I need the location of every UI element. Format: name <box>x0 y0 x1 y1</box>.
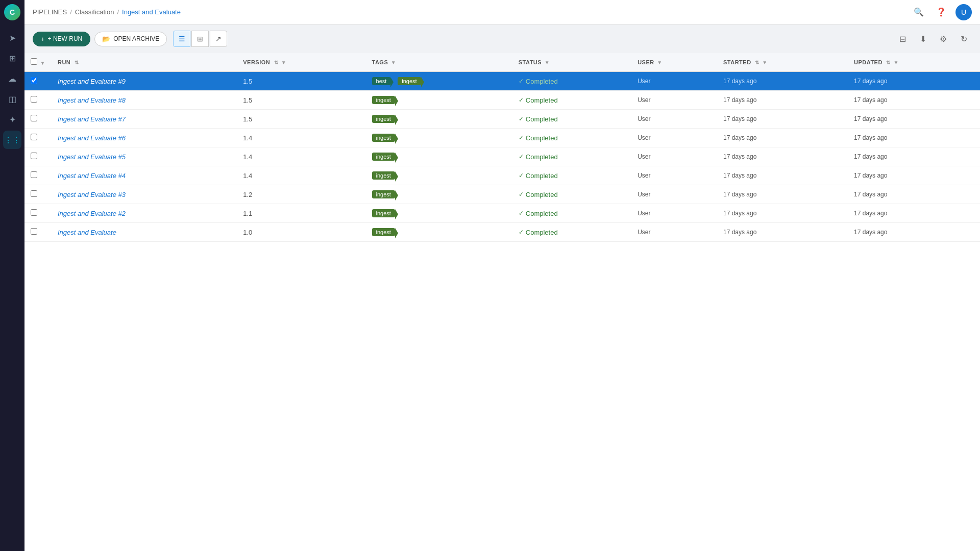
left-rail: C ➤ ⊞ ☁ ◫ ✦ ⋮⋮ <box>0 0 24 551</box>
run-name-link[interactable]: Ingest and Evaluate #4 <box>58 172 126 180</box>
table-row[interactable]: Ingest and Evaluate #71.5ingest✓Complete… <box>24 110 980 129</box>
row-checkbox[interactable] <box>31 134 37 140</box>
table-row[interactable]: Ingest and Evaluate #31.2ingest✓Complete… <box>24 185 980 204</box>
user-cell: User <box>631 223 717 242</box>
run-name-link[interactable]: Ingest and Evaluate #9 <box>58 78 126 85</box>
sidebar-item-pipeline[interactable]: ⋮⋮ <box>3 131 21 149</box>
breadcrumb-classification[interactable]: Classification <box>75 8 114 16</box>
header-user[interactable]: USER ▼ <box>631 53 717 71</box>
table-row[interactable]: Ingest and Evaluate #51.4ingest✓Complete… <box>24 147 980 166</box>
check-icon: ✓ <box>519 78 524 85</box>
tags-cell: ingest <box>366 185 512 204</box>
status-cell: ✓Completed <box>512 223 631 242</box>
version-filter-icon: ▼ <box>281 60 286 65</box>
run-name-link[interactable]: Ingest and Evaluate #5 <box>58 153 126 161</box>
status-cell: ✓Completed <box>512 129 631 147</box>
run-name-link[interactable]: Ingest and Evaluate #6 <box>58 134 126 142</box>
version-sort-icon: ⇅ <box>274 60 279 65</box>
content-area: + + NEW RUN 📂 OPEN ARCHIVE ☰ ⊞ ↗ ⊟ ⬇ ⚙ ↻ <box>24 24 980 551</box>
tag-ingest[interactable]: ingest <box>372 153 395 161</box>
user-avatar[interactable]: U <box>955 4 972 20</box>
header-version[interactable]: VERSION ⇅ ▼ <box>237 53 365 71</box>
download-icon[interactable]: ⬇ <box>915 31 931 47</box>
sidebar-item-layers[interactable]: ◫ <box>3 90 21 108</box>
sidebar-item-cloud[interactable]: ☁ <box>3 69 21 88</box>
sidebar-item-grid[interactable]: ⊞ <box>3 49 21 67</box>
run-name-link[interactable]: Ingest and Evaluate #8 <box>58 96 126 104</box>
app-logo[interactable]: C <box>4 4 20 20</box>
run-name-link[interactable]: Ingest and Evaluate <box>58 229 116 236</box>
tag-best[interactable]: best <box>372 77 391 85</box>
updated-cell: 17 days ago <box>848 91 980 110</box>
run-name-link[interactable]: Ingest and Evaluate #7 <box>58 115 126 123</box>
status-cell: ✓Completed <box>512 91 631 110</box>
filter-icon[interactable]: ⊟ <box>894 31 911 47</box>
header-tags[interactable]: TAGS ▼ <box>366 53 512 71</box>
view-list-button[interactable]: ☰ <box>173 31 190 47</box>
search-icon[interactable]: 🔍 <box>911 4 927 20</box>
tag-ingest[interactable]: ingest <box>372 228 395 236</box>
run-name-link[interactable]: Ingest and Evaluate #3 <box>58 191 126 198</box>
run-name-link[interactable]: Ingest and Evaluate #2 <box>58 210 126 217</box>
tag-ingest[interactable]: ingest <box>372 96 395 104</box>
row-checkbox[interactable] <box>31 209 37 216</box>
run-name-cell: Ingest and Evaluate #5 <box>52 147 237 166</box>
status-badge: Completed <box>526 96 558 104</box>
started-filter-icon: ▼ <box>762 60 767 65</box>
tag-ingest[interactable]: ingest <box>372 171 395 180</box>
header-checkbox-cell: ▼ <box>24 53 52 71</box>
tag-ingest[interactable]: ingest <box>372 115 395 123</box>
row-checkbox[interactable] <box>31 190 37 197</box>
help-icon[interactable]: ❓ <box>933 4 949 20</box>
table-row[interactable]: Ingest and Evaluate #91.5bestingest✓Comp… <box>24 71 980 91</box>
view-grid-button[interactable]: ⊞ <box>191 31 209 47</box>
row-checkbox[interactable] <box>31 115 37 121</box>
table-row[interactable]: Ingest and Evaluate #21.1ingest✓Complete… <box>24 204 980 223</box>
header-status[interactable]: STATUS ▼ <box>512 53 631 71</box>
check-icon: ✓ <box>519 96 524 104</box>
run-name-cell: Ingest and Evaluate #3 <box>52 185 237 204</box>
user-cell: User <box>631 71 717 91</box>
breadcrumb-pipelines[interactable]: PIPELINES <box>33 8 67 16</box>
started-cell: 17 days ago <box>717 91 848 110</box>
row-checkbox[interactable] <box>31 153 37 159</box>
status-cell: ✓Completed <box>512 147 631 166</box>
status-cell: ✓Completed <box>512 166 631 185</box>
updated-cell: 17 days ago <box>848 204 980 223</box>
tag-ingest[interactable]: ingest <box>372 190 395 198</box>
toolbar-right: ⊟ ⬇ ⚙ ↻ <box>894 31 972 47</box>
view-chart-button[interactable]: ↗ <box>210 31 227 47</box>
sidebar-item-arrow[interactable]: ➤ <box>3 29 21 47</box>
row-checkbox[interactable] <box>31 96 37 103</box>
header-started[interactable]: STARTED ⇅ ▼ <box>717 53 848 71</box>
tag-ingest[interactable]: ingest <box>372 209 395 217</box>
new-run-label: + NEW RUN <box>48 35 83 42</box>
header-run[interactable]: RUN ⇅ <box>52 53 237 71</box>
new-run-button[interactable]: + + NEW RUN <box>33 32 90 46</box>
refresh-icon[interactable]: ↻ <box>955 31 972 47</box>
tags-cell: ingest <box>366 129 512 147</box>
table-row[interactable]: Ingest and Evaluate #41.4ingest✓Complete… <box>24 166 980 185</box>
view-toggle: ☰ ⊞ ↗ <box>173 31 227 47</box>
settings-icon[interactable]: ⚙ <box>935 31 951 47</box>
table-row[interactable]: Ingest and Evaluate1.0ingest✓CompletedUs… <box>24 223 980 242</box>
status-badge: Completed <box>526 172 558 180</box>
plus-icon: + <box>41 35 45 43</box>
row-checkbox[interactable] <box>31 228 37 235</box>
table-row[interactable]: Ingest and Evaluate #61.4ingest✓Complete… <box>24 129 980 147</box>
tag-ingest[interactable]: ingest <box>372 134 395 142</box>
version-cell: 1.4 <box>237 129 365 147</box>
status-badge: Completed <box>526 210 558 217</box>
run-name-cell: Ingest and Evaluate #7 <box>52 110 237 129</box>
row-checkbox[interactable] <box>31 77 37 84</box>
header-updated[interactable]: UPDATED ⇅ ▼ <box>848 53 980 71</box>
select-all-checkbox[interactable] <box>31 58 37 65</box>
row-checkbox[interactable] <box>31 171 37 178</box>
row-checkbox-cell <box>24 110 52 129</box>
tag-ingest[interactable]: ingest <box>398 77 421 85</box>
open-archive-button[interactable]: 📂 OPEN ARCHIVE <box>94 32 167 46</box>
action-toolbar: + + NEW RUN 📂 OPEN ARCHIVE ☰ ⊞ ↗ ⊟ ⬇ ⚙ ↻ <box>24 24 980 53</box>
sidebar-item-components[interactable]: ✦ <box>3 110 21 129</box>
user-cell: User <box>631 204 717 223</box>
table-row[interactable]: Ingest and Evaluate #81.5ingest✓Complete… <box>24 91 980 110</box>
